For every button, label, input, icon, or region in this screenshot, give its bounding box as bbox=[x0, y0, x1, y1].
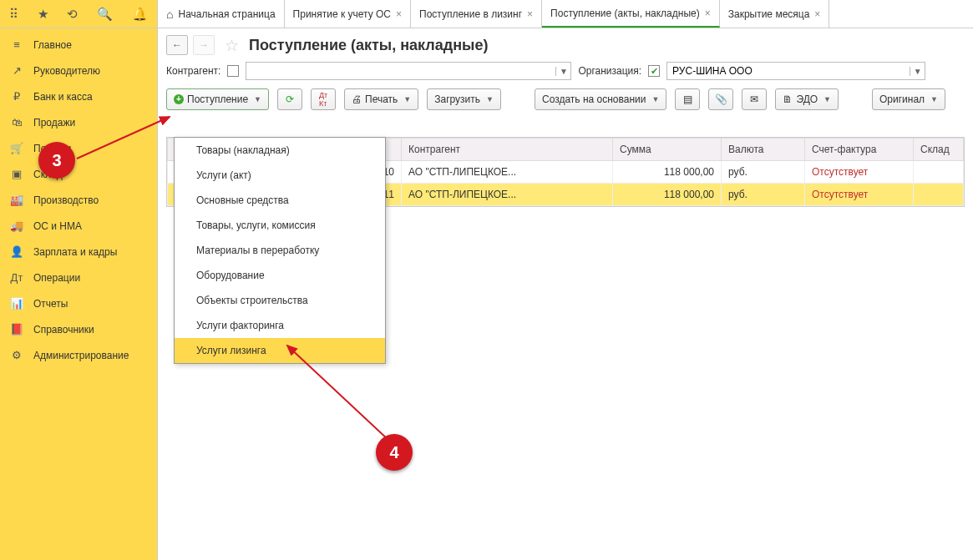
print-button[interactable]: 🖨Печать▼ bbox=[344, 88, 418, 110]
plus-icon: + bbox=[174, 94, 184, 104]
tab-os[interactable]: Принятие к учету ОС× bbox=[285, 0, 411, 28]
sidebar-item-refs[interactable]: 📕Справочники bbox=[0, 316, 157, 342]
gear-icon: ⚙ bbox=[10, 349, 23, 361]
dtkt-icon: Дт bbox=[10, 271, 23, 284]
sidebar-item-main[interactable]: ≡Главное bbox=[0, 32, 157, 58]
th-counterparty[interactable]: Контрагент bbox=[402, 139, 613, 161]
topbar: ⠿ ★ ⟲ 🔍 🔔 Начальная страница Принятие к … bbox=[0, 0, 973, 28]
cart-icon: 🛒 bbox=[10, 142, 23, 154]
bars-icon: 📊 bbox=[10, 297, 23, 310]
load-button[interactable]: Загрузить▼ bbox=[427, 88, 501, 110]
sidebar-item-sales[interactable]: 🛍Продажи bbox=[0, 109, 157, 135]
book-icon: 📕 bbox=[10, 323, 23, 335]
sidebar: ≡Главное ↗Руководителю ₽Банк и касса 🛍Пр… bbox=[0, 28, 158, 560]
close-icon[interactable]: × bbox=[527, 8, 533, 20]
sidebar-item-operations[interactable]: ДтОперации bbox=[0, 265, 157, 290]
dd-construction[interactable]: Объекты строительства bbox=[175, 288, 385, 313]
chevron-down-icon[interactable]: ▼ bbox=[555, 67, 570, 76]
tab-home[interactable]: Начальная страница bbox=[158, 0, 285, 28]
page-title: Поступление (акты, накладные) bbox=[249, 37, 488, 54]
list-button[interactable]: ▤ bbox=[675, 88, 700, 110]
chevron-down-icon: ▼ bbox=[930, 95, 938, 103]
attach-button[interactable]: 📎 bbox=[708, 88, 733, 110]
dd-materials[interactable]: Материалы в переработку bbox=[175, 238, 385, 263]
counterparty-label: Контрагент: bbox=[166, 65, 220, 77]
receipt-button[interactable]: + Поступление ▼ bbox=[166, 88, 269, 110]
chevron-down-icon: ▼ bbox=[254, 95, 261, 103]
dtkt-button[interactable]: ДтКт bbox=[311, 88, 336, 110]
tab-leasing[interactable]: Поступление в лизинг× bbox=[411, 0, 542, 28]
th-currency[interactable]: Валюта bbox=[722, 139, 805, 161]
truck-icon: 🚚 bbox=[10, 219, 23, 232]
th-invoice[interactable]: Счет-фактура bbox=[805, 139, 914, 161]
mail-icon: ✉ bbox=[750, 93, 758, 105]
sidebar-item-production[interactable]: 🏭Производство bbox=[0, 187, 157, 213]
sidebar-item-hr[interactable]: 👤Зарплата и кадры bbox=[0, 239, 157, 265]
clip-icon: 📎 bbox=[715, 93, 727, 105]
dd-fixed-assets[interactable]: Основные средства bbox=[175, 188, 385, 213]
sidebar-item-admin[interactable]: ⚙Администрирование bbox=[0, 342, 157, 368]
tab-receipts[interactable]: Поступление (акты, накладные)× bbox=[542, 0, 720, 28]
sidebar-item-assets[interactable]: 🚚ОС и НМА bbox=[0, 213, 157, 239]
apps-icon[interactable]: ⠿ bbox=[9, 7, 18, 22]
nav-row: ← → ☆ Поступление (акты, накладные) bbox=[166, 35, 965, 55]
user-icon: 👤 bbox=[10, 245, 23, 258]
close-icon[interactable]: × bbox=[396, 8, 402, 20]
star-icon[interactable]: ★ bbox=[38, 7, 48, 22]
sidebar-item-bank[interactable]: ₽Банк и касса bbox=[0, 83, 157, 109]
edo-icon: 🗎 bbox=[783, 93, 793, 105]
sidebar-item-warehouse[interactable]: ▣Склад bbox=[0, 161, 157, 187]
refresh-icon: ⟳ bbox=[286, 93, 294, 105]
forward-button[interactable]: → bbox=[193, 35, 215, 55]
dd-factoring[interactable]: Услуги факторинга bbox=[175, 313, 385, 338]
bag-icon: 🛍 bbox=[10, 116, 23, 129]
chevron-down-icon: ▼ bbox=[824, 95, 831, 103]
printer-icon: 🖨 bbox=[352, 93, 362, 105]
back-button[interactable]: ← bbox=[166, 35, 188, 55]
sidebar-item-manager[interactable]: ↗Руководителю bbox=[0, 58, 157, 83]
receipt-dropdown: Товары (накладная) Услуги (акт) Основные… bbox=[174, 137, 386, 364]
box-icon: ▣ bbox=[10, 168, 23, 180]
org-check[interactable] bbox=[648, 65, 660, 77]
dd-goods[interactable]: Товары (накладная) bbox=[175, 138, 385, 163]
edo-button[interactable]: 🗎ЭДО▼ bbox=[775, 88, 839, 110]
create-based-button[interactable]: Создать на основании▼ bbox=[535, 88, 666, 110]
sidebar-item-reports[interactable]: 📊Отчеты bbox=[0, 290, 157, 316]
favorite-icon[interactable]: ☆ bbox=[225, 36, 239, 55]
chevron-down-icon: ▼ bbox=[403, 95, 411, 103]
dd-goods-services[interactable]: Товары, услуги, комиссия bbox=[175, 213, 385, 238]
search-icon[interactable]: 🔍 bbox=[97, 7, 113, 22]
callout-3: 3 bbox=[38, 142, 75, 179]
close-icon[interactable]: × bbox=[705, 8, 711, 19]
counterparty-check[interactable] bbox=[227, 65, 239, 77]
list-icon: ▤ bbox=[683, 93, 692, 105]
counterparty-select[interactable]: ▼ bbox=[246, 62, 571, 80]
chevron-down-icon: ▼ bbox=[651, 95, 659, 103]
chart-icon: ↗ bbox=[10, 64, 23, 77]
sync-icon[interactable]: ⟲ bbox=[67, 7, 78, 22]
org-label: Организация: bbox=[578, 65, 641, 77]
th-sum[interactable]: Сумма bbox=[613, 139, 722, 161]
refresh-button[interactable]: ⟳ bbox=[277, 88, 302, 110]
chevron-down-icon[interactable]: ▼ bbox=[910, 67, 925, 76]
tab-month-close[interactable]: Закрытие месяца× bbox=[720, 0, 830, 28]
dd-services[interactable]: Услуги (акт) bbox=[175, 163, 385, 188]
dd-equipment[interactable]: Оборудование bbox=[175, 263, 385, 288]
factory-icon: 🏭 bbox=[10, 194, 23, 206]
bell-icon[interactable]: 🔔 bbox=[132, 7, 148, 22]
close-icon[interactable]: × bbox=[814, 8, 820, 20]
org-select[interactable]: РУС-ШИНА ООО▼ bbox=[666, 62, 925, 80]
dtkt-icon: ДтКт bbox=[319, 91, 327, 108]
th-warehouse[interactable]: Склад bbox=[914, 139, 964, 161]
sidebar-item-purchases[interactable]: 🛒Покупки bbox=[0, 135, 157, 161]
filter-row: Контрагент: ▼ Организация: РУС-ШИНА ООО▼ bbox=[166, 62, 965, 80]
chevron-down-icon: ▼ bbox=[486, 95, 494, 103]
dd-leasing[interactable]: Услуги лизинга bbox=[175, 338, 385, 363]
ruble-icon: ₽ bbox=[10, 90, 23, 103]
original-button[interactable]: Оригинал▼ bbox=[872, 88, 945, 110]
menu-icon: ≡ bbox=[10, 38, 23, 51]
toolbar: + Поступление ▼ ⟳ ДтКт 🖨Печать▼ Загрузит… bbox=[166, 88, 965, 110]
mail-button[interactable]: ✉ bbox=[742, 88, 767, 110]
topbar-icons: ⠿ ★ ⟲ 🔍 🔔 bbox=[0, 0, 158, 28]
callout-4: 4 bbox=[376, 434, 413, 471]
